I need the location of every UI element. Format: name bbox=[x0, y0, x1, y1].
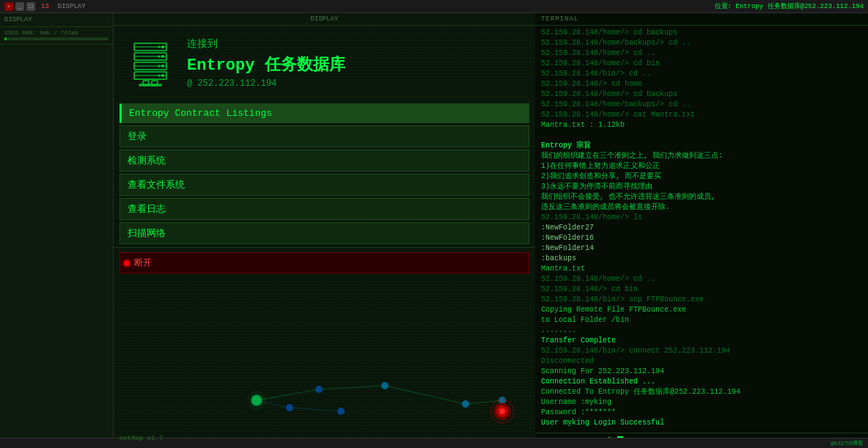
svg-point-35 bbox=[499, 408, 505, 414]
terminal-line: Disconnected bbox=[541, 356, 862, 367]
app-count: 13 bbox=[41, 3, 49, 10]
terminal-line: Entropy 宗旨 bbox=[541, 141, 862, 151]
titlebar-icons: ✕ _ □ bbox=[4, 2, 35, 11]
terminal-line: 52.159.28.148/home/> cd .. bbox=[541, 48, 862, 59]
terminal-line: 52.159.28.148/home/> cd bin bbox=[541, 59, 862, 69]
display-header: DISPLAY bbox=[114, 13, 535, 26]
svg-point-29 bbox=[337, 408, 345, 415]
svg-line-19 bbox=[257, 389, 319, 400]
terminal-line bbox=[541, 131, 862, 141]
svg-point-31 bbox=[462, 400, 469, 408]
titlebar: ✕ _ □ 13 DISPLAY 位置: Entropy 任务数据库@252.2… bbox=[0, 0, 868, 13]
ram-bar-fill bbox=[4, 37, 7, 40]
svg-point-12 bbox=[158, 45, 161, 48]
terminal-line: to Local Folder /bin bbox=[541, 315, 862, 326]
terminal-line: 52.159.28.148/home/> cd backups bbox=[541, 89, 862, 100]
terminal-line: Mantra.txt bbox=[541, 264, 862, 274]
display-section-label: DISPLAY bbox=[311, 15, 339, 23]
svg-point-10 bbox=[161, 65, 164, 67]
titlebar-title: DISPLAY bbox=[58, 3, 86, 10]
nav-item-4[interactable]: 查看日志 bbox=[119, 198, 529, 220]
terminal-line: Connection Established ... bbox=[541, 377, 862, 387]
network-map-svg bbox=[114, 345, 535, 433]
titlebar-location: 位置: Entropy 任务数据库@252.223.112.194 bbox=[715, 1, 864, 11]
nav-item-3[interactable]: 查看文件系统 bbox=[119, 174, 529, 196]
minimize-icon[interactable]: _ bbox=[15, 2, 24, 11]
ram-label: USED RAM: 0mb / 761mb bbox=[4, 29, 78, 36]
network-map: netMap v1.7 bbox=[114, 278, 535, 448]
svg-point-8 bbox=[161, 45, 164, 48]
connecting-label: 连接到 bbox=[187, 37, 345, 51]
nav-item-1[interactable]: 登录 bbox=[119, 125, 529, 147]
nav-item-0[interactable]: Entropy Contract Listings bbox=[119, 103, 529, 123]
red-dot bbox=[124, 260, 130, 266]
terminal-line: 我们组织不会接受, 也不允许违背这三条准则的成员, bbox=[541, 192, 862, 202]
left-panel-header: DISPLAY bbox=[0, 13, 113, 27]
nav-item-5[interactable]: 扫描网络 bbox=[119, 222, 529, 244]
terminal-line: 1)在任何事情上努力追求正义和公正 bbox=[541, 161, 862, 172]
terminal-line: User myking Login Successful bbox=[541, 418, 862, 428]
svg-point-28 bbox=[286, 404, 293, 411]
terminal-line: Connected To Entropy 任务数据库@252.223.112.1… bbox=[541, 387, 862, 397]
server-image bbox=[128, 40, 172, 87]
server-ip: @ 252.223.112.194 bbox=[187, 78, 345, 89]
terminal-line: 52.159.28.148/home/> cat Mantra.txt bbox=[541, 110, 862, 120]
server-icon bbox=[128, 41, 172, 85]
terminal-line: ........ bbox=[541, 326, 862, 336]
svg-point-15 bbox=[158, 74, 161, 76]
server-info: 连接到 Entropy 任务数据库 @ 252.223.112.194 bbox=[114, 26, 535, 100]
maximize-icon[interactable]: □ bbox=[26, 2, 35, 11]
terminal-line: 52.159.28.148/home/> ls bbox=[541, 213, 862, 223]
terminal-line: Copying Remote File FTPBounce.exe bbox=[541, 305, 862, 315]
server-text: 连接到 Entropy 任务数据库 @ 252.223.112.194 bbox=[187, 37, 345, 89]
terminal-content: Archived Via : http://Bash.org52.159.28.… bbox=[535, 26, 868, 433]
terminal-line: 52.159.28.148/home/backups/> cd .. bbox=[541, 100, 862, 110]
disconnect-button[interactable]: 断开 bbox=[119, 252, 529, 273]
terminal-line: :NewFolder14 bbox=[541, 243, 862, 254]
svg-point-11 bbox=[161, 74, 164, 77]
terminal-line: Username :myking bbox=[541, 397, 862, 408]
titlebar-left: ✕ _ □ 13 DISPLAY bbox=[4, 2, 86, 11]
left-panel: DISPLAY USED RAM: 0mb / 761mb bbox=[0, 13, 114, 448]
terminal-line: 52.159.28.148/home/backups/> cd .. bbox=[541, 38, 862, 48]
statusbar-label: @51CTO博客 bbox=[831, 439, 864, 447]
svg-point-30 bbox=[381, 382, 389, 389]
terminal-line: :backups bbox=[541, 254, 862, 264]
svg-line-22 bbox=[290, 408, 341, 411]
nav-item-2[interactable]: 检测系统 bbox=[119, 150, 529, 172]
ram-bar bbox=[4, 37, 108, 40]
ram-info: USED RAM: 0mb / 761mb bbox=[0, 27, 113, 45]
terminal-line: 52.159.28.148/bin/> cd .. bbox=[541, 69, 862, 79]
disconnect-area: 断开 bbox=[114, 247, 535, 278]
main-layout: DISPLAY USED RAM: 0mb / 761mb DISPLAY bbox=[0, 13, 868, 448]
svg-point-13 bbox=[158, 55, 161, 57]
disconnect-label: 断开 bbox=[134, 257, 152, 269]
terminal-line: :NewFolder16 bbox=[541, 233, 862, 243]
terminal-line: 2)我们追求创造和分享, 而不是要买 bbox=[541, 172, 862, 182]
svg-point-9 bbox=[161, 55, 164, 58]
svg-line-20 bbox=[319, 386, 385, 389]
terminal-line: Mantra.txt : 1.12kb bbox=[541, 120, 862, 131]
terminal-line: 52.159.28.148/home/> cd .. bbox=[541, 274, 862, 284]
terminal-line: 52.159.28.148/> cd bin bbox=[541, 284, 862, 295]
terminal-line: 52.159.28.148/home/> cd backups bbox=[541, 28, 862, 38]
terminal-line: 52.159.28.148/> cd home bbox=[541, 79, 862, 89]
svg-point-25 bbox=[251, 395, 262, 405]
terminal-line: 52.159.28.148/bin/> scp FTPBounce.exe bbox=[541, 295, 862, 305]
close-icon[interactable]: ✕ bbox=[4, 2, 13, 11]
terminal-line: Password :******* bbox=[541, 408, 862, 418]
nav-menu: Entropy Contract Listings登录检测系统查看文件系统查看日… bbox=[114, 100, 535, 247]
terminal-line: 3)永远不要为停滞不前而寻找理由 bbox=[541, 182, 862, 192]
terminal-line: Transfer Complete bbox=[541, 336, 862, 346]
terminal-panel: TERMINAL Archived Via : http://Bash.org5… bbox=[535, 13, 868, 448]
display-label: DISPLAY bbox=[4, 16, 32, 23]
svg-point-14 bbox=[158, 65, 161, 67]
server-name: Entropy 任务数据库 bbox=[187, 54, 345, 76]
terminal-line: 52.159.28.148/bin/> connect 252.223.112.… bbox=[541, 346, 862, 356]
svg-line-23 bbox=[385, 386, 466, 404]
terminal-header: TERMINAL bbox=[535, 13, 868, 26]
svg-point-27 bbox=[315, 386, 323, 393]
terminal-line: :NewFolder27 bbox=[541, 223, 862, 233]
center-panel: DISPLAY bbox=[114, 13, 535, 448]
netmap-label: netMap v1.7 bbox=[119, 435, 163, 442]
